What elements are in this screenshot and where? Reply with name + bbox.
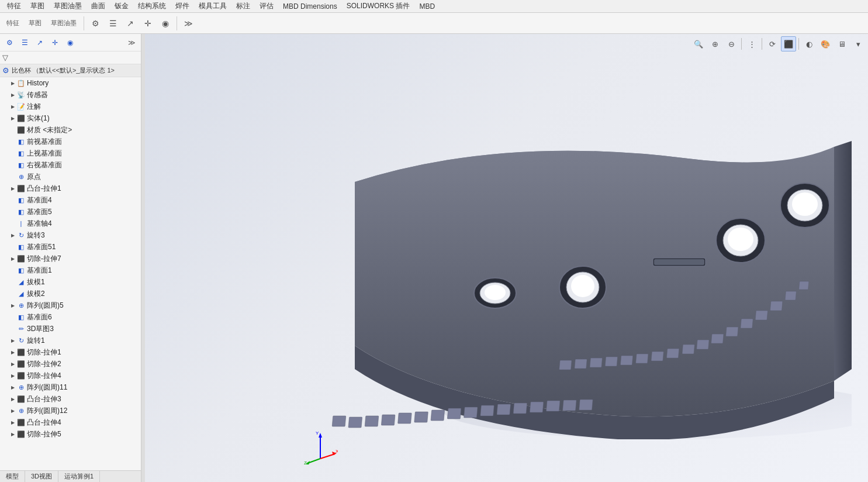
pt-property-icon[interactable]: ☰ bbox=[18, 36, 32, 50]
tree-arrow-solid[interactable]: ▶ bbox=[9, 115, 16, 122]
3d-viewport[interactable]: 🔍⊕⊖⋮⟳⬛◐🎨🖥▾ bbox=[145, 34, 868, 482]
menu-item-钣金[interactable]: 钣金 bbox=[110, 0, 133, 12]
tree-item-annotation[interactable]: ▶📝注解 bbox=[0, 101, 141, 112]
menu-item-MBD[interactable]: MBD bbox=[414, 1, 440, 12]
rt-search-icon[interactable]: 🔍 bbox=[691, 36, 706, 51]
tree-arrow-plane6[interactable] bbox=[9, 314, 16, 321]
tree-item-material[interactable]: ⬛材质 <未指定> bbox=[0, 124, 141, 136]
tree-arrow-origin[interactable] bbox=[9, 173, 16, 180]
tree-item-plane51[interactable]: ◧基准面51 bbox=[0, 241, 141, 253]
menu-item-草图[interactable]: 草图 bbox=[26, 0, 49, 12]
pt-feature-icon[interactable]: ⚙ bbox=[2, 36, 16, 50]
bottom-tab-模型[interactable]: 模型 bbox=[0, 471, 25, 482]
tab-btn-2[interactable]: 草图油墨 bbox=[47, 15, 81, 32]
tree-item-plane4[interactable]: ◧基准面4 bbox=[0, 194, 141, 206]
rt-color-icon[interactable]: 🎨 bbox=[818, 36, 833, 51]
tree-arrow-sketch3d3[interactable] bbox=[9, 325, 16, 332]
tree-item-plane1[interactable]: ◧基准面1 bbox=[0, 264, 141, 276]
tab-btn-1[interactable]: 草图 bbox=[25, 15, 46, 32]
tree-arrow-pattern-circle5[interactable]: ▶ bbox=[9, 302, 16, 309]
tree-arrow-top-plane[interactable] bbox=[9, 150, 16, 157]
tree-item-pattern-circle5[interactable]: ▶⊕阵列(圆周)5 bbox=[0, 299, 141, 311]
tree-item-cut-extrude2[interactable]: ▶⬛切除-拉伸2 bbox=[0, 358, 141, 370]
panel-expand-btn[interactable]: ≫ bbox=[125, 36, 139, 50]
tree-arrow-sensor[interactable]: ▶ bbox=[9, 91, 16, 98]
tree-item-boss-extrude3[interactable]: ▶⬛凸台-拉伸3 bbox=[0, 393, 141, 405]
tree-item-cut-extrude4[interactable]: ▶⬛切除-拉伸4 bbox=[0, 370, 141, 381]
menu-item-SOLIDWORKS-插件[interactable]: SOLIDWORKS 插件 bbox=[342, 0, 415, 12]
tree-arrow-plane1[interactable] bbox=[9, 267, 16, 274]
tree-item-sensor[interactable]: ▶📡传感器 bbox=[0, 89, 141, 101]
pt-appear-icon[interactable]: ◉ bbox=[63, 36, 77, 50]
tree-item-axis4[interactable]: |基准轴4 bbox=[0, 218, 141, 229]
rt-zoom-out-icon[interactable]: ⊖ bbox=[724, 36, 739, 51]
tree-item-origin[interactable]: ⊕原点 bbox=[0, 171, 141, 183]
tree-arrow-draft2[interactable] bbox=[9, 290, 16, 297]
tree-item-cut-extrude7[interactable]: ▶⬛切除-拉伸7 bbox=[0, 253, 141, 264]
tree-arrow-cut-extrude2[interactable]: ▶ bbox=[9, 360, 16, 367]
tree-arrow-cut-extrude1[interactable]: ▶ bbox=[9, 349, 16, 356]
tree-item-boss-extrude1[interactable]: ▶⬛凸台-拉伸1 bbox=[0, 183, 141, 194]
menu-item-特征[interactable]: 特征 bbox=[2, 0, 26, 12]
menu-item-草图油墨[interactable]: 草图油墨 bbox=[49, 0, 87, 12]
tree-arrow-material[interactable] bbox=[9, 126, 16, 133]
tree-item-front-plane[interactable]: ◧前视基准面 bbox=[0, 136, 141, 147]
tree-item-plane6[interactable]: ◧基准面6 bbox=[0, 311, 141, 323]
tree-item-revolve3[interactable]: ▶↻旋转3 bbox=[0, 229, 141, 241]
tree-item-boss-extrude4[interactable]: ▶⬛凸台-拉伸4 bbox=[0, 416, 141, 428]
feature-tree[interactable]: ▶📋History▶📡传感器▶📝注解▶⬛实体(1)⬛材质 <未指定>◧前视基准面… bbox=[0, 77, 141, 470]
rt-dropdown-icon[interactable]: ▾ bbox=[850, 36, 866, 51]
tree-arrow-cut-extrude4[interactable]: ▶ bbox=[9, 372, 16, 379]
menu-item-模具工具[interactable]: 模具工具 bbox=[194, 0, 231, 12]
tree-arrow-plane4[interactable] bbox=[9, 197, 16, 204]
tree-arrow-cut-extrude5[interactable]: ▶ bbox=[9, 431, 16, 438]
menu-item-结构系统[interactable]: 结构系统 bbox=[133, 0, 171, 12]
tree-arrow-front-plane[interactable] bbox=[9, 138, 16, 145]
property-mgr-btn[interactable]: ☰ bbox=[105, 15, 121, 32]
filter-icon[interactable]: ▽ bbox=[2, 53, 8, 62]
appearance-btn[interactable]: ◉ bbox=[157, 15, 174, 32]
tree-item-cut-extrude5[interactable]: ▶⬛切除-拉伸5 bbox=[0, 428, 141, 440]
menu-item-标注[interactable]: 标注 bbox=[231, 0, 255, 12]
tree-arrow-plane51[interactable] bbox=[9, 243, 16, 250]
pt-config-icon[interactable]: ↗ bbox=[33, 36, 47, 50]
tree-item-draft1[interactable]: ◢拔模1 bbox=[0, 276, 141, 288]
tree-item-pattern-circle11[interactable]: ▶⊕阵列(圆周)11 bbox=[0, 381, 141, 393]
menu-item-焊件[interactable]: 焊件 bbox=[171, 0, 194, 12]
tree-item-plane5[interactable]: ◧基准面5 bbox=[0, 206, 141, 218]
tree-arrow-right-plane[interactable] bbox=[9, 161, 16, 168]
tree-arrow-pattern-circle11[interactable]: ▶ bbox=[9, 384, 16, 391]
bottom-tab-3D视图[interactable]: 3D视图 bbox=[25, 471, 58, 482]
tree-arrow-cut-extrude7[interactable]: ▶ bbox=[9, 255, 16, 262]
tree-item-solid[interactable]: ▶⬛实体(1) bbox=[0, 112, 141, 124]
tree-item-history[interactable]: ▶📋History bbox=[0, 77, 141, 89]
pt-dxf-icon[interactable]: ✛ bbox=[48, 36, 62, 50]
rt-shading-icon[interactable]: ◐ bbox=[801, 36, 817, 51]
menu-item-评估[interactable]: 评估 bbox=[255, 0, 278, 12]
tree-item-sketch3d3[interactable]: ✏3D草图3 bbox=[0, 323, 141, 335]
tree-item-top-plane[interactable]: ◧上视基准面 bbox=[0, 147, 141, 159]
tree-arrow-revolve1[interactable]: ▶ bbox=[9, 337, 16, 344]
tree-arrow-boss-extrude1[interactable]: ▶ bbox=[9, 185, 16, 192]
rt-display-style-icon[interactable]: ⬛ bbox=[781, 36, 796, 51]
tree-item-cut-extrude1[interactable]: ▶⬛切除-拉伸1 bbox=[0, 346, 141, 358]
tree-arrow-boss-extrude3[interactable]: ▶ bbox=[9, 395, 16, 402]
rt-view-icon[interactable]: 🖥 bbox=[834, 36, 849, 51]
config-mgr-btn[interactable]: ↗ bbox=[122, 15, 139, 32]
tree-arrow-annotation[interactable]: ▶ bbox=[9, 103, 16, 110]
tree-arrow-pattern-circle12[interactable]: ▶ bbox=[9, 407, 16, 414]
rt-zoom-in-icon[interactable]: ⊕ bbox=[707, 36, 722, 51]
tree-arrow-axis4[interactable] bbox=[9, 220, 16, 227]
rt-dots-icon[interactable]: ⋮ bbox=[744, 36, 759, 51]
rt-rotate-icon[interactable]: ⟳ bbox=[765, 36, 780, 51]
tree-item-revolve1[interactable]: ▶↻旋转1 bbox=[0, 335, 141, 346]
menu-item-MBD-Dimensions[interactable]: MBD Dimensions bbox=[278, 1, 342, 12]
tree-arrow-revolve3[interactable]: ▶ bbox=[9, 232, 16, 239]
tree-item-draft2[interactable]: ◢拔模2 bbox=[0, 288, 141, 299]
dxf-btn[interactable]: ✛ bbox=[140, 15, 156, 32]
bottom-tab-运动算例1[interactable]: 运动算例1 bbox=[58, 471, 100, 482]
tree-arrow-plane5[interactable] bbox=[9, 208, 16, 215]
tab-btn-0[interactable]: 特征 bbox=[2, 15, 23, 32]
expand-btn[interactable]: ≫ bbox=[180, 15, 196, 32]
tree-arrow-boss-extrude4[interactable]: ▶ bbox=[9, 419, 16, 426]
